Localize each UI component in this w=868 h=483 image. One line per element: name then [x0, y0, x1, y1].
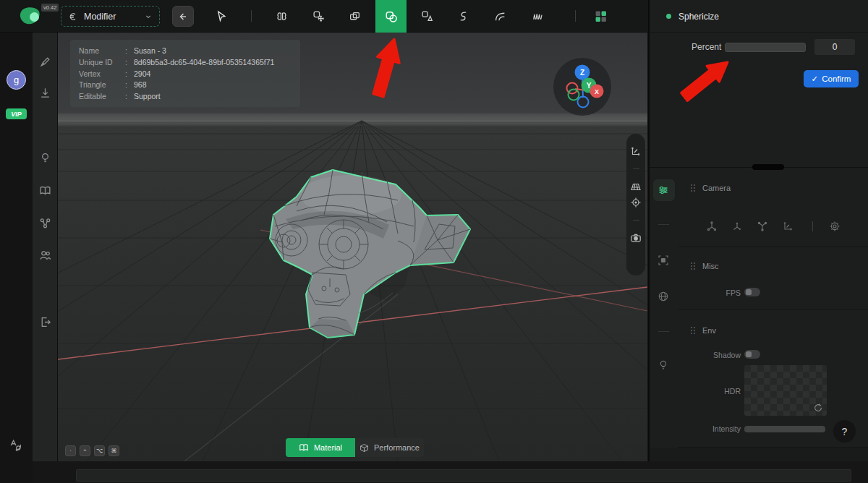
nodes-share-icon[interactable] [39, 217, 51, 229]
section-divider [678, 246, 868, 247]
fillet-tool-icon[interactable] [488, 4, 512, 28]
confirm-button[interactable]: ✓ Confirm [804, 70, 859, 87]
apps-grid-icon[interactable] [588, 4, 613, 28]
axis-origin-icon[interactable] [782, 221, 793, 232]
row-separator [812, 221, 813, 231]
object-info-panel: Name:Susan - 3 Unique ID:8d69b5a3-dc65-4… [70, 40, 300, 107]
download-icon[interactable] [39, 87, 51, 99]
convert-primitive-tool-icon[interactable] [414, 4, 439, 28]
settings-gear-icon[interactable] [829, 221, 841, 232]
sphericize-title: Sphericize [678, 12, 719, 22]
bulb-icon[interactable] [658, 359, 669, 371]
cursor-tool-icon[interactable] [208, 4, 233, 28]
top-toolbar: v0.42 Modifier [0, 0, 648, 33]
check-icon: ✓ [812, 74, 819, 84]
drag-handle-icon[interactable] [690, 326, 696, 335]
pen-icon[interactable] [39, 56, 51, 68]
viewport-side-toolbar [626, 134, 645, 275]
bulb-icon[interactable] [39, 152, 51, 164]
strip-separator [658, 331, 669, 332]
twist-tool-icon[interactable] [451, 4, 475, 28]
dimension-icon[interactable] [630, 145, 642, 157]
viewport-3d[interactable]: Name:Susan - 3 Unique ID:8d69b5a3-dc65-4… [58, 33, 647, 461]
drag-handle-icon[interactable] [690, 184, 696, 192]
info-row-editable: Editable:Support [79, 91, 292, 103]
toolbar-separator [633, 220, 639, 221]
info-row-vertex: Vertex:2904 [79, 69, 292, 80]
settings-panel: Camera Misc FPS [648, 168, 868, 461]
hotkey-dot[interactable]: · [65, 445, 76, 456]
hdr-swatch[interactable] [744, 365, 827, 416]
shadow-label: Shadow [650, 351, 741, 359]
hotkey-ctrl[interactable]: ^ [80, 445, 90, 456]
percent-slider[interactable] [725, 43, 806, 52]
svg-text:X: X [595, 88, 599, 95]
section-misc-header: Misc [690, 262, 719, 270]
section-env-header: Env [690, 326, 716, 335]
section-camera-header: Camera [690, 184, 731, 192]
drag-handle-icon[interactable] [690, 262, 696, 270]
intensity-label: Intensity [650, 424, 741, 433]
boolean-tool-icon[interactable] [342, 4, 367, 28]
panel-handle[interactable] [752, 164, 784, 170]
info-row-triangle: Triangle:968 [79, 80, 292, 91]
intensity-slider[interactable] [744, 426, 825, 432]
axis-rotate-icon[interactable] [731, 221, 743, 232]
tab-performance[interactable]: Performance [355, 438, 424, 457]
modifier-dropdown[interactable]: Modifier [61, 6, 160, 27]
hotkey-command[interactable]: ⌘ [109, 445, 119, 456]
avatar[interactable]: g [7, 70, 26, 90]
camera-icon[interactable] [630, 232, 642, 244]
hdr-label: HDR [650, 387, 741, 396]
hotkey-hints: · ^ ⌥ ⌘ [65, 445, 119, 456]
tab-material[interactable]: Material [286, 438, 355, 457]
material-icon [299, 443, 309, 453]
perspective-grid-icon[interactable] [630, 181, 642, 192]
mirror-tool-icon[interactable] [269, 4, 294, 28]
active-modifier-dot [666, 14, 671, 19]
account-sidebar: g VIP [0, 33, 33, 483]
sphericize-panel-header: Sphericize [650, 0, 868, 33]
toolbar-separator [251, 10, 252, 22]
info-row-unique-id: Unique ID:8d69b5a3-dc65-404e-89bf-053514… [79, 57, 292, 69]
modifier-label: Modifier [84, 12, 116, 22]
noise-tool-icon[interactable] [525, 4, 550, 28]
toolbar-separator [633, 168, 639, 169]
fps-toggle[interactable] [744, 288, 760, 296]
panel-footer [650, 448, 868, 461]
percent-label: Percent [692, 42, 721, 52]
percent-value-input[interactable]: 0 [814, 39, 855, 55]
people-icon[interactable] [39, 249, 51, 262]
book-icon[interactable] [39, 184, 51, 197]
orientation-gizmo[interactable]: Z Y X [553, 58, 611, 116]
back-button[interactable] [172, 6, 194, 27]
focus-target-icon[interactable] [630, 197, 642, 208]
logout-icon[interactable] [39, 316, 51, 328]
section-divider [678, 309, 868, 310]
sphericize-tool-button-active[interactable] [375, 0, 407, 33]
toolbar-separator [575, 10, 576, 22]
version-badge: v0.42 [41, 4, 59, 12]
axis-move-icon[interactable] [706, 221, 718, 232]
modifier-icon [68, 12, 78, 22]
frame-icon[interactable] [658, 255, 669, 266]
svg-text:Y: Y [587, 82, 592, 90]
app-logo[interactable] [18, 5, 43, 27]
display-settings-icon[interactable] [658, 184, 669, 196]
refresh-icon[interactable] [813, 403, 823, 413]
view-mode-tabs: Material Performance [286, 438, 424, 457]
bottom-bar [76, 469, 851, 482]
bottom-strip [33, 461, 868, 483]
info-row-name: Name:Susan - 3 [79, 46, 292, 57]
annotation-arrow-toolbar [365, 36, 409, 101]
help-button[interactable]: ? [833, 420, 856, 443]
axis-scale-icon[interactable] [757, 221, 768, 232]
shadow-toggle[interactable] [744, 350, 760, 359]
hotkey-option[interactable]: ⌥ [94, 445, 105, 456]
strip-separator [658, 224, 669, 225]
chevron-down-icon [144, 12, 153, 21]
tool-sidebar [33, 33, 58, 483]
language-icon[interactable] [9, 439, 22, 451]
vip-badge: VIP [6, 108, 27, 119]
transform-move-tool-icon[interactable] [306, 4, 331, 28]
